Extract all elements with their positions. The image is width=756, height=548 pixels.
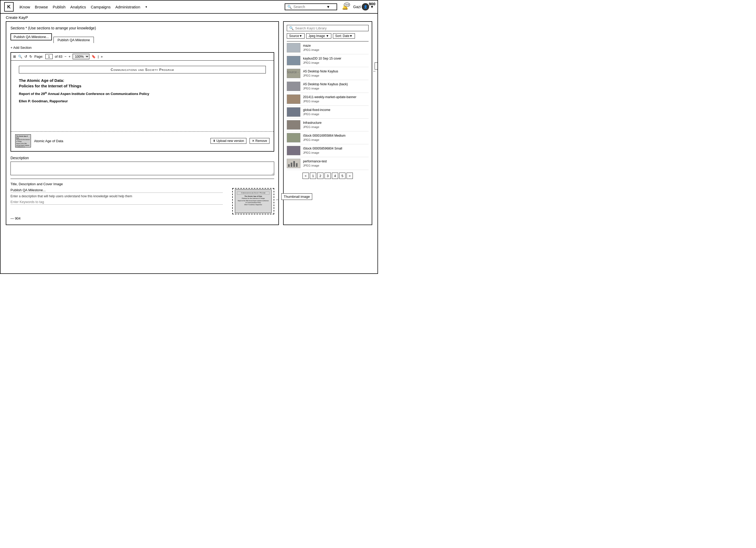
image-name: A5 Desktop Note Kaybus	[303, 69, 338, 74]
admin-dropdown-icon[interactable]: ▼	[145, 6, 148, 8]
image-list-item[interactable]: A5 Desktop Note KaybusJPEG image	[287, 67, 369, 80]
nav-campaigns[interactable]: Campaigns	[91, 5, 111, 9]
pagination-page-3[interactable]: 3	[325, 173, 331, 179]
nav-publish[interactable]: Publish	[53, 5, 66, 9]
description-input[interactable]	[10, 161, 274, 175]
sections-header: Sections * (Use sections to arrange your…	[10, 26, 274, 30]
doc-title: The Atomic Age of Data: Policies for the…	[19, 78, 266, 89]
search-input[interactable]	[293, 5, 325, 9]
image-list-item[interactable]: performance-testJPEG image	[287, 157, 369, 170]
keywords-field-row[interactable]	[10, 200, 223, 204]
upload-icon: ⬆	[213, 139, 215, 143]
pagination-page-4[interactable]: 4	[332, 173, 338, 179]
image-type: JPEG image	[303, 61, 341, 65]
nav-iknow[interactable]: iKnow	[19, 5, 30, 9]
image-name: Infrastructure	[303, 121, 322, 125]
image-list-item[interactable]: mazeJPEG image	[287, 41, 369, 54]
pagination: <12345>	[287, 173, 369, 179]
left-panel: Sections * (Use sections to arrange your…	[6, 21, 279, 225]
image-list-item[interactable]: iStock 000058596804 SmallJPEG image	[287, 144, 369, 157]
doc-icon-bookmark[interactable]: 🔖	[91, 55, 96, 58]
image-type: JPEG image	[303, 87, 348, 90]
pagination-page-2[interactable]: 2	[317, 173, 323, 179]
image-name: kaybusDD 10 Sep 15 cover	[303, 56, 341, 61]
doc-header: Communications and Society Program	[19, 66, 266, 73]
doc-icon-search[interactable]: 🔍	[18, 55, 22, 58]
description-placeholder: Enter a description that will help users…	[10, 194, 223, 198]
navbar: K iKnow Browse Publish Analytics Campaig…	[1, 1, 377, 14]
nav-analytics[interactable]: Analytics	[70, 5, 86, 9]
nav-administration[interactable]: Administration	[115, 5, 140, 9]
doc-toolbar: ⊞ 🔍 ↺ ↻ Page: of 83 − + 100% 75% 125% 15…	[11, 53, 274, 61]
pagination-next[interactable]: >	[347, 173, 353, 179]
doc-page-total: of 83	[55, 55, 62, 58]
bottom-left-fields: Publish QA Milestone... Enter a descript…	[10, 188, 223, 206]
user-name: Gazi	[353, 5, 361, 9]
image-type: JPEG image	[303, 74, 338, 78]
add-section-link[interactable]: + Add Section	[10, 46, 274, 50]
image-thumbnail	[287, 133, 300, 142]
search-dropdown-icon[interactable]: ▼	[326, 5, 330, 9]
image-info: iStock 000016955864 MediumJPEG image	[303, 133, 345, 142]
library-search-input[interactable]	[295, 26, 366, 30]
image-name: iStock 000016955864 Medium	[303, 133, 345, 138]
image-info: A5 Desktop Note KaybusJPEG image	[303, 69, 338, 78]
image-type: JPEG image	[303, 99, 356, 103]
doc-author: Ellen P. Goodman, Rapporteur	[19, 99, 266, 103]
image-list-item[interactable]: global-fixed-incomeJPEG image	[287, 106, 369, 118]
image-type: JPEG image	[303, 138, 345, 142]
doc-icon-grid[interactable]: ⊞	[13, 55, 16, 58]
library-search[interactable]: 🔍	[287, 25, 369, 31]
doc-zoom-select[interactable]: 100% 75% 125% 150%	[73, 54, 89, 59]
user-avatar: 👤	[362, 3, 369, 10]
pagination-prev[interactable]: <	[303, 173, 309, 179]
image-info: InfrastructureJPEG image	[303, 121, 322, 129]
image-info: mazeJPEG image	[303, 44, 319, 52]
image-list-item[interactable]: iStock 000016955864 MediumJPEG image	[287, 131, 369, 144]
source-filter-button[interactable]: Source▼	[287, 33, 305, 39]
image-thumbnail	[287, 94, 300, 104]
image-name: global-fixed-income	[303, 108, 330, 112]
doc-page-input[interactable]	[45, 54, 53, 59]
publish-milestone-button[interactable]: Publish QA Milestone...	[10, 33, 52, 40]
search-box[interactable]: 🔍 ▼	[285, 3, 337, 10]
nav-browse[interactable]: Browse	[35, 5, 48, 9]
pagination-page-5[interactable]: 5	[339, 173, 345, 179]
image-type: JPEG image	[303, 151, 342, 155]
file-name: Atomic Age of Data	[34, 139, 207, 143]
doc-icon-separator: |	[98, 55, 99, 58]
image-name: iStock 000058596804 Small	[303, 146, 342, 151]
file-row: The Atomic Age of Data Policies for the …	[11, 131, 274, 151]
milestone-tab[interactable]: Publish QA Milestone	[53, 37, 94, 43]
image-list-item[interactable]: 201411-weekly-market-update-bannerJPEG i…	[287, 93, 369, 106]
bell-icon[interactable]: 🔔 324	[342, 4, 348, 10]
image-thumbnail	[287, 43, 300, 52]
svg-rect-2	[291, 163, 292, 167]
doc-page-label: Page:	[34, 55, 43, 58]
remove-button[interactable]: ✕ Remove	[250, 138, 269, 144]
type-filter-button[interactable]: Jpeg Image ▼	[306, 33, 331, 39]
image-list-item[interactable]: kaybusDD 10 Sep 15 coverJPEG image	[287, 54, 369, 67]
description-label: Description	[10, 156, 274, 160]
doc-icon-rotate-left[interactable]: ↺	[24, 55, 27, 58]
image-thumbnail	[287, 82, 300, 91]
image-list-item[interactable]: InfrastructureJPEG image	[287, 118, 369, 131]
doc-icon-expand[interactable]: »	[101, 55, 102, 58]
image-name: A5 Desktop Note Kaybus (back)	[303, 82, 348, 87]
doc-zoom-minus[interactable]: −	[64, 55, 67, 58]
sort-filter-button[interactable]: Sort: Date▼	[333, 33, 355, 39]
filter-row: Source▼ Jpeg Image ▼ Sort: Date▼	[287, 33, 369, 39]
image-info: global-fixed-incomeJPEG image	[303, 108, 330, 116]
keywords-input[interactable]	[10, 200, 223, 204]
image-info: performance-testJPEG image	[303, 159, 327, 168]
upload-new-version-button[interactable]: ⬆ Upload new version	[210, 138, 246, 144]
pagination-page-1[interactable]: 1	[310, 173, 316, 179]
image-thumbnail	[287, 146, 300, 155]
image-list-item[interactable]: A5 Desktop Note Kaybus (back)JPEG image	[287, 80, 369, 93]
image-info: iStock 000058596804 SmallJPEG image	[303, 146, 342, 155]
logo[interactable]: K	[4, 2, 14, 12]
thumbnail-box: Communications and Society Program The A…	[232, 188, 274, 214]
doc-icon-rotate-right[interactable]: ↻	[29, 55, 32, 58]
description-field-row: Enter a description that will help users…	[10, 194, 223, 198]
doc-zoom-plus[interactable]: +	[69, 55, 71, 58]
